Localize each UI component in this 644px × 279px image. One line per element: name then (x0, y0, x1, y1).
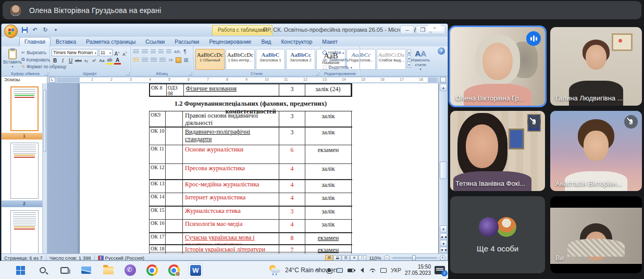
pilcrow-icon[interactable]: ¶ (183, 49, 186, 55)
clipboard-dialog-launcher[interactable] (45, 72, 48, 75)
clock[interactable]: 15:50 27.05.2023 (405, 264, 431, 277)
participant-tile[interactable]: Галина Людвигівна ... (550, 27, 642, 106)
paste-button[interactable]: Вставить▾ (4, 48, 21, 70)
table-row[interactable]: ОК9Правові основи видавничої діяльності3… (149, 111, 352, 127)
save-button[interactable] (20, 26, 29, 34)
style-scroll-down[interactable]: ▼ (407, 56, 411, 61)
battery-icon[interactable] (347, 267, 354, 274)
multilevel-list-icon[interactable] (151, 49, 156, 54)
justify-icon[interactable] (159, 58, 166, 62)
zoom-level[interactable]: 110% (369, 255, 381, 261)
ribbon-tab-конструктор[interactable]: Конструктор (276, 37, 317, 46)
viber-app-button[interactable] (123, 263, 137, 277)
align-left-icon[interactable] (133, 58, 139, 62)
underline-button[interactable]: U (67, 57, 74, 65)
wifi-icon[interactable] (369, 267, 376, 274)
table-row[interactable]: ОК 17Сучасна українська мова і практична… (149, 233, 352, 245)
print-layout-button[interactable]: ▤ (325, 255, 333, 261)
undo-button[interactable]: ↶ (31, 26, 39, 34)
table-row[interactable]: ОК 18Історія української літератури7екза… (149, 245, 352, 252)
table-row[interactable]: ОК 8ОДЗ 08Фізичне виховання3залік (24) (149, 83, 352, 97)
font-dialog-launcher[interactable] (126, 72, 130, 75)
horizontal-ruler[interactable]: 123456789101112131415161718 (57, 78, 437, 82)
participant-tile[interactable]: Ще 4 особи (450, 196, 545, 273)
align-center-icon[interactable] (142, 58, 148, 62)
change-case-button[interactable]: Aa (98, 57, 105, 65)
page-thumbnail[interactable] (10, 143, 39, 199)
qat-dropdown-arrow[interactable]: ▾ (52, 26, 60, 34)
scroll-up-arrow[interactable]: ▲ (440, 84, 447, 91)
scrollbar-thumb[interactable] (440, 161, 447, 179)
style-card[interactable]: AaBbCcDc1 Без интер... (226, 49, 255, 70)
participant-tile[interactable]: Анастасія Вікторівн... (550, 111, 642, 191)
styles-dialog-launcher[interactable] (316, 72, 319, 75)
ribbon-tab-вид[interactable]: Вид (256, 37, 276, 46)
document-page[interactable]: ОК 8ОДЗ 08Фізичне виховання3залік (24)1.… (80, 83, 438, 253)
previous-page-button[interactable]: ▲▲ (440, 233, 447, 239)
table-row[interactable]: ОК 13Крос-медійна журналістика4залік (149, 180, 352, 193)
keyboard-icon[interactable] (380, 267, 387, 274)
italic-button[interactable]: I (59, 57, 66, 65)
font-color-button[interactable]: A (114, 57, 121, 65)
zoom-out-button[interactable]: − (384, 255, 390, 261)
zoom-slider-knob[interactable] (412, 255, 416, 261)
superscript-button[interactable]: x² (91, 57, 97, 65)
page-indicator[interactable]: Страница: 6 из 7 (4, 255, 43, 261)
scroll-down-arrow[interactable]: ▼ (440, 225, 447, 233)
strikethrough-button[interactable]: abc (75, 57, 82, 65)
find-button[interactable]: Найти▾ (323, 49, 357, 56)
chrome-button[interactable] (145, 263, 159, 277)
notification-center-button[interactable]: 2 (435, 266, 445, 274)
select-button[interactable]: ⬚Выделить▾ (323, 64, 357, 71)
numbering-icon[interactable] (142, 49, 148, 54)
redo-button[interactable]: ↻ (41, 26, 49, 34)
select-browse-object-button[interactable]: ● (440, 240, 447, 246)
participant-tile[interactable]: Олена Вікторівна Гр... (450, 27, 545, 106)
office-button[interactable] (4, 24, 18, 38)
style-card[interactable]: AaBbCcDaСлабое выд... (377, 49, 406, 70)
subscript-button[interactable]: x₂ (83, 57, 90, 65)
outline-view-button[interactable]: ≣ (350, 255, 358, 261)
change-styles-button[interactable]: AA Изменить стили▾ (411, 48, 430, 70)
style-card[interactable]: AaBbCЗаголовок 1 (256, 49, 285, 70)
word-titlebar[interactable]: ↶ ↻ ▾ Работа с таблицами ПР, СК. Освітнь… (2, 24, 448, 36)
ribbon-tab-ссылки[interactable]: Ссылки (141, 37, 169, 46)
next-page-button[interactable]: ▼▼ (440, 247, 447, 253)
highlight-button[interactable]: ab (106, 57, 113, 65)
display-cast-icon[interactable] (336, 267, 343, 274)
participant-tile[interactable]: Ви (550, 196, 642, 273)
curriculum-table[interactable]: ОК 8ОДЗ 08Фізичне виховання3залік (24)1.… (149, 83, 352, 253)
volume-icon[interactable] (358, 267, 365, 274)
language-indicator[interactable]: Русский (Россия) (105, 255, 144, 261)
ribbon-tab-разметка-страницы[interactable]: Разметка страницы (81, 37, 140, 46)
word-count[interactable]: Число слов: 1 398 (49, 255, 91, 261)
increase-indent-icon[interactable] (166, 49, 171, 54)
shading-icon[interactable] (176, 57, 181, 63)
ribbon-tab-рецензирование[interactable]: Рецензирование (204, 37, 256, 46)
thumbnails-panel[interactable]: 123 (2, 83, 47, 253)
ribbon-tab-макет[interactable]: Макет (317, 37, 342, 46)
draft-view-button[interactable]: ▢ (358, 255, 366, 261)
spellcheck-icon[interactable] (98, 256, 104, 260)
table-row[interactable]: ОК 14Інтернет журналістика4залік (149, 193, 352, 206)
ribbon-tab-главная[interactable]: Главная (19, 37, 51, 46)
align-right-icon[interactable] (151, 58, 157, 62)
chrome-profile-button[interactable] (167, 263, 181, 277)
style-card[interactable]: AaBbCcЗаголовок 2 (286, 49, 315, 70)
page-thumbnail[interactable] (10, 210, 39, 253)
page-number-bar[interactable]: 2 (2, 200, 47, 207)
page-number-bar[interactable]: 1 (2, 133, 47, 140)
table-row[interactable]: ОК 10Видавничо-поліграфічні стандарти3за… (149, 127, 352, 145)
paragraph-dialog-launcher[interactable] (189, 72, 192, 75)
microphone-icon[interactable] (325, 267, 332, 274)
mail-app-button[interactable] (79, 263, 93, 277)
table-row[interactable]: ОК 16Психологія мас-медіа4залік (149, 220, 352, 233)
word-taskbar-button[interactable]: W (189, 263, 203, 277)
table-row[interactable]: ОК 15Журналістська етика3залік (149, 206, 352, 220)
style-card[interactable]: AaBbCcDc1 Обычный (195, 49, 225, 70)
page-thumbnail[interactable] (10, 86, 39, 131)
replace-button[interactable]: abЗаменить (323, 56, 357, 64)
table-row[interactable]: ОК 12Пресова журналістика4залік (149, 164, 352, 180)
style-gallery-more[interactable]: ▼ (407, 62, 411, 68)
zoom-in-button[interactable]: + (440, 255, 445, 261)
